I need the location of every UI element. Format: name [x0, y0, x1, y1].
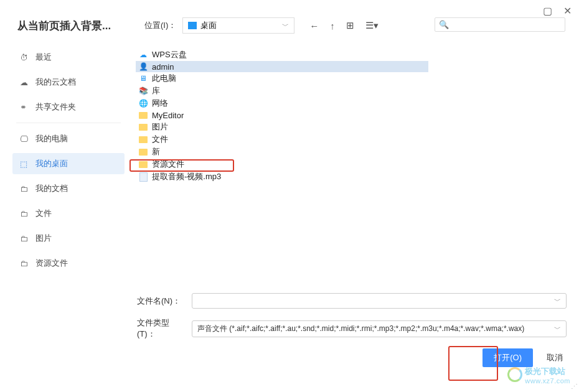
share-icon: ⚭ — [20, 103, 29, 112]
sidebar-item-cloud-docs[interactable]: ☁我的云文档 — [12, 72, 125, 93]
file-label: 提取音频-视频.mp3 — [152, 171, 221, 182]
sidebar-item-shared[interactable]: ⚭共享文件夹 — [12, 96, 125, 118]
sidebar-item-label: 共享文件夹 — [35, 101, 76, 113]
file-item-pictures[interactable]: 图片 — [136, 121, 428, 133]
search-input[interactable] — [451, 20, 561, 29]
sidebar-item-label: 我的云文档 — [35, 77, 76, 88]
file-label: MyEditor — [152, 111, 184, 120]
sidebar-item-label: 我的文档 — [35, 183, 68, 194]
desktop-icon — [188, 22, 197, 29]
sidebar-item-label: 我的电脑 — [35, 133, 68, 144]
sidebar-item-my-desktop[interactable]: ⬚我的桌面 — [12, 153, 125, 174]
audio-file-icon — [138, 172, 148, 182]
file-item-this-pc[interactable]: 🖥此电脑 — [136, 72, 428, 85]
folder-icon — [138, 122, 148, 132]
file-item-library[interactable]: 📚库 — [136, 85, 428, 97]
file-item-new[interactable]: 新 — [136, 146, 428, 158]
sidebar-item-images[interactable]: 🗀图片 — [12, 228, 125, 249]
file-label: 此电脑 — [152, 73, 176, 84]
sidebar-item-resources[interactable]: 🗀资源文件 — [12, 253, 125, 274]
network-icon: 🌐 — [138, 98, 148, 108]
file-item-admin[interactable]: 👤admin — [136, 61, 428, 72]
folder-icon: 🗀 — [20, 259, 29, 268]
computer-icon: 🖵 — [20, 134, 29, 144]
sidebar-item-label: 我的桌面 — [35, 158, 68, 169]
computer-icon: 🖥 — [138, 73, 148, 83]
resize-grip[interactable]: ⋰ — [571, 383, 578, 391]
sidebar-item-label: 图片 — [35, 233, 52, 244]
chevron-down-icon: ﹀ — [554, 324, 561, 334]
search-icon: 🔍 — [439, 20, 449, 29]
file-item-wps-cloud[interactable]: ☁WPS云盘 — [136, 49, 428, 61]
location-value: 桌面 — [200, 20, 217, 31]
clock-icon: ⏱ — [20, 53, 29, 62]
file-label: 网络 — [152, 98, 168, 109]
filetype-combobox[interactable]: 声音文件 (*.aif;*.aifc;*.aiff;*.au;*.snd;*.m… — [192, 320, 567, 337]
up-button[interactable]: ↑ — [330, 21, 335, 31]
folder-icon: 🗀 — [20, 184, 29, 194]
file-item-myeditor[interactable]: MyEditor — [136, 110, 428, 121]
folder-icon — [138, 147, 148, 157]
filetype-label: 文件类型(T)： — [137, 317, 187, 340]
search-box[interactable]: 🔍 — [435, 17, 565, 32]
library-icon: 📚 — [138, 86, 148, 96]
file-item-mp3[interactable]: 提取音频-视频.mp3 — [136, 170, 428, 183]
watermark: 极光下载站 www.xz7.com — [507, 365, 570, 385]
new-folder-button[interactable]: ⊞ — [346, 20, 354, 31]
sidebar-item-my-docs[interactable]: 🗀我的文档 — [12, 178, 125, 199]
chevron-down-icon: ﹀ — [554, 296, 561, 306]
file-label: 新 — [152, 146, 160, 157]
desktop-icon: ⬚ — [20, 159, 29, 169]
back-button[interactable]: ← — [309, 21, 319, 31]
cancel-button[interactable]: 取消 — [547, 348, 563, 367]
sidebar: ⏱最近 ☁我的云文档 ⚭共享文件夹 🖵我的电脑 ⬚我的桌面 🗀我的文档 🗀文件 … — [12, 47, 125, 274]
watermark-logo-icon — [507, 367, 522, 382]
close-button[interactable]: ✕ — [563, 5, 572, 17]
file-label: 库 — [152, 85, 160, 96]
filename-label: 文件名(N)： — [137, 296, 187, 307]
file-item-network[interactable]: 🌐网络 — [136, 97, 428, 110]
sidebar-item-my-pc[interactable]: 🖵我的电脑 — [12, 128, 125, 149]
file-label: 文件 — [152, 134, 168, 145]
watermark-name: 极光下载站 — [525, 366, 565, 376]
watermark-url: www.xz7.com — [525, 377, 570, 385]
filetype-value: 声音文件 (*.aif;*.aifc;*.aiff;*.au;*.snd;*.m… — [197, 324, 524, 334]
sidebar-item-files[interactable]: 🗀文件 — [12, 203, 125, 224]
highlight-annotation — [129, 159, 234, 172]
sidebar-item-label: 资源文件 — [35, 258, 68, 269]
dialog-title: 从当前页插入背景... — [17, 19, 111, 33]
view-options-button[interactable]: ☰▾ — [365, 20, 379, 31]
file-label: admin — [152, 62, 174, 72]
location-label: 位置(I)： — [144, 20, 176, 31]
sidebar-item-label: 文件 — [35, 208, 52, 219]
highlight-annotation — [448, 346, 498, 381]
file-item-files[interactable]: 文件 — [136, 133, 428, 146]
location-dropdown[interactable]: 桌面 ﹀ — [182, 17, 294, 34]
chevron-down-icon: ﹀ — [282, 21, 289, 30]
maximize-button[interactable]: ▢ — [543, 5, 552, 17]
sidebar-item-label: 最近 — [35, 52, 52, 63]
user-icon: 👤 — [138, 62, 148, 72]
folder-icon — [138, 134, 148, 144]
folder-icon: 🗀 — [20, 209, 29, 218]
file-label: WPS云盘 — [152, 49, 187, 60]
sidebar-separator — [16, 123, 121, 123]
cloud-disk-icon: ☁ — [138, 50, 148, 60]
sidebar-item-recent[interactable]: ⏱最近 — [12, 47, 125, 68]
filename-combobox[interactable]: ﹀ — [192, 293, 567, 309]
folder-icon — [138, 110, 148, 120]
folder-icon: 🗀 — [20, 234, 29, 243]
file-label: 图片 — [152, 121, 168, 133]
cloud-icon: ☁ — [20, 78, 29, 87]
